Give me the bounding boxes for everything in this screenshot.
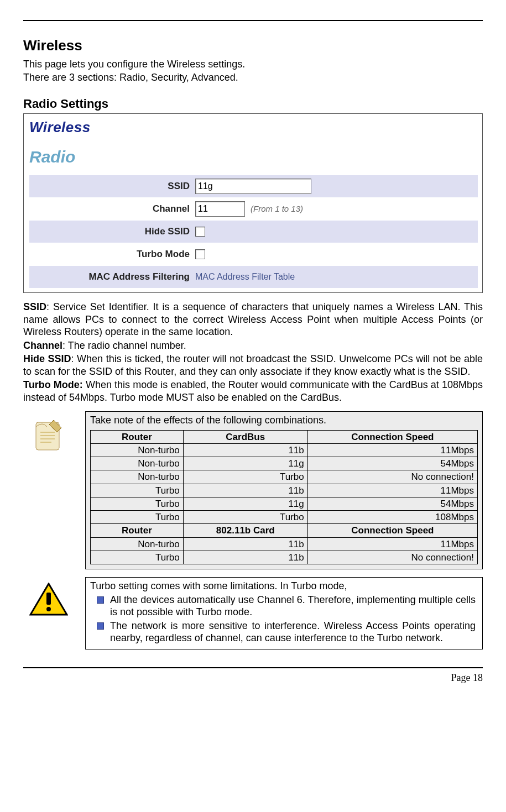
bottom-rule [23,667,483,668]
def-hide-term: Hide SSID [23,353,71,364]
def-channel-term: Channel [23,340,62,351]
definitions-block: SSID: Service Set Identifier. It is a se… [23,301,483,404]
table-header-2: Router 802.11b Card Connection Speed [91,524,478,537]
channel-input[interactable] [195,201,245,217]
table-row: Non-turbo11b11Mbps [91,443,478,457]
warning-bullet-2: The network is more sensitive to interfe… [110,620,476,645]
def-hide-text: : When this is ticked, the router will n… [23,353,483,377]
page-footer: Page 18 [23,672,483,684]
table-row: Non-turbo11b11Mbps [91,537,478,551]
intro-line-1: This page lets you configure the Wireles… [23,58,483,71]
table-header-1: Router CardBus Connection Speed [91,430,478,443]
def-channel-text: : The radio channel number. [62,340,186,351]
def-turbo-text: When this mode is enabled, the Router wo… [23,379,483,403]
label-mac-filter: MAC Address Filtering [29,271,195,282]
top-rule [23,20,483,21]
table-row: Turbo11bNo connection! [91,551,478,564]
turbo-checkbox[interactable] [195,249,205,259]
warning-box: Turbo setting comes with some limitation… [85,577,483,649]
radio-settings-heading: Radio Settings [23,96,483,112]
warning-icon [23,577,74,649]
th-router: Router [91,430,184,443]
table-row: Turbo11g54Mbps [91,497,478,510]
note-lead: Take note of the effects of the followin… [90,414,478,427]
note-box: Take note of the effects of the followin… [85,411,483,569]
svg-point-7 [46,607,51,611]
note-icon [23,411,74,569]
row-hide-ssid: Hide SSID [29,220,478,243]
row-mac-filter: MAC Address Filtering MAC Address Filter… [29,265,478,288]
label-hide-ssid: Hide SSID [29,226,195,237]
def-ssid-term: SSID [23,301,46,312]
label-ssid: SSID [29,180,195,192]
mac-filter-link[interactable]: MAC Address Filter Table [195,271,295,282]
row-ssid: SSID [29,175,478,197]
panel-title-wireless: Wireless [29,118,478,137]
svg-rect-6 [46,593,51,605]
note-block: Take note of the effects of the followin… [23,411,483,569]
th-80211b: 802.11b Card [183,524,307,537]
intro-block: This page lets you configure the Wireles… [23,58,483,84]
radio-settings-panel: Wireless Radio SSID Channel (From 1 to 1… [23,113,483,293]
th-speed: Connection Speed [307,430,477,443]
th-cardbus: CardBus [183,430,307,443]
table-row: TurboTurbo108Mbps [91,511,478,524]
th-speed-2: Connection Speed [307,524,477,537]
table-row: Non-turboTurboNo connection! [91,470,478,484]
hide-ssid-checkbox[interactable] [195,227,205,237]
table-row: Non-turbo11g54Mbps [91,457,478,470]
warning-block: Turbo setting comes with some limitation… [23,577,483,649]
ssid-input[interactable] [195,179,311,194]
panel-section-radio: Radio [29,146,478,167]
row-turbo: Turbo Mode [29,243,478,265]
label-turbo: Turbo Mode [29,248,195,260]
label-channel: Channel [29,203,195,214]
channel-hint: (From 1 to 13) [251,204,303,214]
combo-table: Router CardBus Connection Speed Non-turb… [90,430,478,565]
def-turbo-term: Turbo Mode: [23,379,83,390]
warning-bullet-1: All the devices automatically use Channe… [110,594,476,619]
table-row: Turbo11b11Mbps [91,484,478,497]
row-channel: Channel (From 1 to 13) [29,197,478,220]
page-title: Wireless [23,36,483,55]
def-ssid-text: : Service Set Identifier. It is a sequen… [23,301,483,337]
th-router-2: Router [91,524,184,537]
warning-lead: Turbo setting comes with some limitation… [90,580,478,593]
intro-line-2: There are 3 sections: Radio, Security, A… [23,71,483,84]
